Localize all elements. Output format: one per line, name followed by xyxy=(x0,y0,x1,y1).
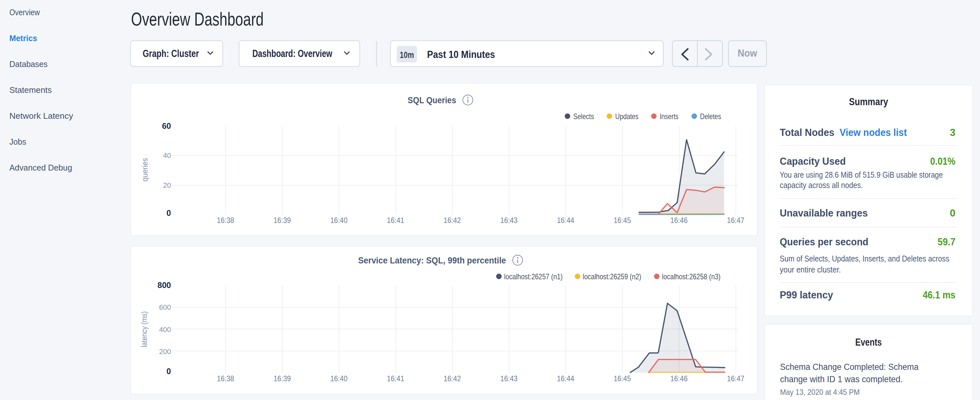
svg-text:16:44: 16:44 xyxy=(557,374,574,383)
svg-text:localhost:26257 (n1): localhost:26257 (n1) xyxy=(504,272,563,281)
svg-text:Events: Events xyxy=(856,336,882,348)
svg-text:Total Nodes: Total Nodes xyxy=(780,127,834,138)
svg-text:latency (ms): latency (ms) xyxy=(140,311,148,347)
svg-text:Graph: Cluster: Graph: Cluster xyxy=(143,48,199,59)
svg-text:Capacity Used: Capacity Used xyxy=(780,156,846,167)
svg-text:16:39: 16:39 xyxy=(274,374,291,383)
svg-text:Advanced Debug: Advanced Debug xyxy=(10,163,72,172)
svg-text:16:41: 16:41 xyxy=(387,216,404,225)
svg-text:Service Latency: SQL, 99th per: Service Latency: SQL, 99th percentile xyxy=(358,255,506,265)
svg-text:16:45: 16:45 xyxy=(614,216,631,225)
svg-text:localhost:26259 (n2): localhost:26259 (n2) xyxy=(583,272,641,281)
svg-text:400: 400 xyxy=(159,325,171,334)
svg-text:your entire cluster.: your entire cluster. xyxy=(780,265,841,274)
svg-text:16:45: 16:45 xyxy=(614,374,631,383)
svg-text:Unavailable ranges: Unavailable ranges xyxy=(780,207,868,219)
svg-text:600: 600 xyxy=(159,303,171,311)
svg-text:Metrics: Metrics xyxy=(10,33,37,43)
svg-text:10m: 10m xyxy=(400,50,414,60)
svg-text:59.7: 59.7 xyxy=(938,236,955,247)
svg-text:16:40: 16:40 xyxy=(330,374,348,383)
svg-text:60: 60 xyxy=(162,121,171,131)
svg-text:0: 0 xyxy=(950,207,955,219)
svg-text:200: 200 xyxy=(159,347,171,356)
svg-text:Now: Now xyxy=(738,48,757,59)
svg-text:Updates: Updates xyxy=(616,112,639,121)
svg-text:Jobs: Jobs xyxy=(10,137,26,146)
svg-text:16:47: 16:47 xyxy=(727,216,745,225)
svg-text:Queries per second: Queries per second xyxy=(780,236,869,247)
svg-text:16:46: 16:46 xyxy=(670,216,688,225)
svg-text:16:42: 16:42 xyxy=(444,216,461,225)
svg-text:16:41: 16:41 xyxy=(387,374,404,383)
svg-text:You are using 28.6 MiB of 515.: You are using 28.6 MiB of 515.9 GiB usab… xyxy=(780,170,943,180)
svg-text:0.01%: 0.01% xyxy=(930,156,955,167)
svg-text:16:43: 16:43 xyxy=(500,216,518,225)
svg-text:16:46: 16:46 xyxy=(670,374,688,383)
svg-text:Schema Change Completed: Schem: Schema Change Completed: Schema xyxy=(780,362,919,372)
svg-text:Overview: Overview xyxy=(10,8,40,17)
svg-text:View nodes list: View nodes list xyxy=(840,127,907,138)
svg-text:3: 3 xyxy=(950,127,955,138)
svg-text:Deletes: Deletes xyxy=(700,112,721,121)
svg-text:Summary: Summary xyxy=(849,96,888,107)
svg-text:46.1 ms: 46.1 ms xyxy=(923,289,955,301)
svg-text:P99 latency: P99 latency xyxy=(780,289,834,301)
svg-text:Network Latency: Network Latency xyxy=(10,112,73,120)
svg-text:Selects: Selects xyxy=(573,112,594,121)
svg-text:Inserts: Inserts xyxy=(660,112,678,121)
svg-text:16:44: 16:44 xyxy=(557,216,574,225)
svg-text:40: 40 xyxy=(163,151,171,159)
svg-text:Sum of Selects, Updates, Inser: Sum of Selects, Updates, Inserts, and De… xyxy=(780,254,949,263)
svg-text:May 13, 2020 at 4:45 PM: May 13, 2020 at 4:45 PM xyxy=(780,388,860,397)
svg-text:20: 20 xyxy=(163,181,171,189)
svg-text:capacity across all nodes.: capacity across all nodes. xyxy=(780,180,863,190)
svg-text:localhost:26258 (n3): localhost:26258 (n3) xyxy=(662,272,721,281)
svg-text:0: 0 xyxy=(167,209,171,217)
svg-text:16:39: 16:39 xyxy=(274,216,291,225)
svg-text:16:47: 16:47 xyxy=(727,374,745,383)
svg-text:Dashboard: Overview: Dashboard: Overview xyxy=(252,48,332,59)
svg-text:Databases: Databases xyxy=(10,59,48,69)
svg-text:16:42: 16:42 xyxy=(444,374,461,383)
svg-text:0: 0 xyxy=(167,367,171,376)
svg-text:SQL Queries: SQL Queries xyxy=(408,95,456,105)
svg-text:16:38: 16:38 xyxy=(217,374,234,383)
svg-text:800: 800 xyxy=(158,280,171,290)
svg-text:Overview Dashboard: Overview Dashboard xyxy=(131,9,264,29)
svg-text:16:38: 16:38 xyxy=(217,216,234,225)
svg-text:queries: queries xyxy=(141,158,149,182)
svg-text:Past 10 Minutes: Past 10 Minutes xyxy=(427,49,495,60)
svg-text:16:40: 16:40 xyxy=(330,216,348,225)
svg-text:16:43: 16:43 xyxy=(500,374,518,383)
svg-text:change with ID 1 was completed: change with ID 1 was completed. xyxy=(780,375,903,384)
svg-text:Statements: Statements xyxy=(10,85,52,94)
